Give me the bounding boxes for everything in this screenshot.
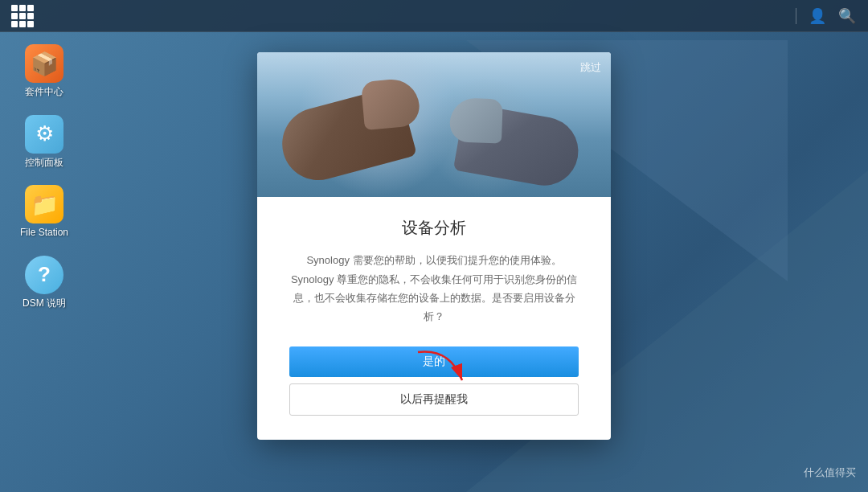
- handshake-illustration: [257, 52, 611, 197]
- red-arrow-icon: [410, 344, 474, 392]
- modal-title: 设备分析: [289, 217, 579, 239]
- modal-body: 设备分析 Synology 需要您的帮助，以便我们提升您的使用体验。Synolo…: [257, 197, 611, 440]
- desktop: 👤 🔍 套件中心 控制面板 File Station ?: [0, 0, 868, 492]
- skip-button[interactable]: 跳过: [580, 60, 601, 75]
- arrow-annotation: [410, 344, 474, 396]
- modal-overlay: 跳过 设备分析 Synology 需要您的帮助，以便我们提升您的使用体验。Syn…: [0, 0, 868, 492]
- modal-image: 跳过: [257, 52, 611, 197]
- modal-description: Synology 需要您的帮助，以便我们提升您的使用体验。Synology 尊重…: [289, 251, 579, 326]
